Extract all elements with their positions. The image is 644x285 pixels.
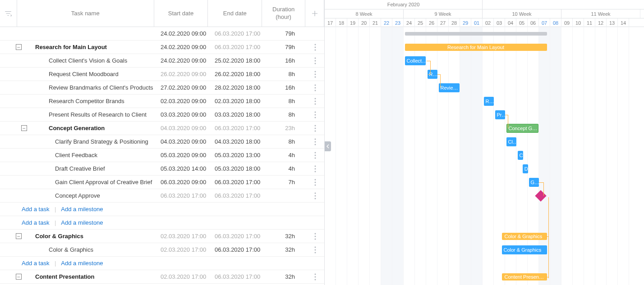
collapse-toggle[interactable]: −: [16, 44, 22, 50]
cell-end-date[interactable]: 26.02.2020 18:00: [208, 71, 262, 77]
cell-start-date[interactable]: 26.02.2020 09:00: [154, 71, 208, 77]
add-task-link[interactable]: Add a task: [22, 219, 49, 226]
collapse-toggle[interactable]: −: [16, 233, 22, 239]
table-row[interactable]: Clarify Brand Strategy & Positioning 04.…: [0, 135, 324, 149]
cell-start-date[interactable]: 04.03.2020 09:00: [154, 138, 208, 145]
gantt-bar[interactable]: C: [518, 151, 524, 160]
table-row[interactable]: − Research for Main Layout 24.02.2020 09…: [0, 41, 324, 54]
column-header-task-name[interactable]: Task name: [17, 0, 154, 27]
cell-start-date[interactable]: 05.03.2020 14:00: [154, 165, 208, 172]
cell-duration[interactable]: 79h: [262, 44, 306, 50]
collapse-grid-button[interactable]: [325, 141, 331, 151]
table-row[interactable]: Review Brandmarks of Client's Products 2…: [0, 81, 324, 95]
cell-end-date[interactable]: 28.02.2020 18:00: [208, 84, 262, 91]
gantt-bar[interactable]: G…: [529, 178, 539, 187]
column-header-duration[interactable]: Duration (hour): [262, 0, 305, 27]
table-row[interactable]: Color & Graphics 02.03.2020 17:00 06.03.…: [0, 243, 324, 257]
cell-start-date[interactable]: 06.03.2020 09:00: [154, 179, 208, 185]
row-menu-button[interactable]: [306, 44, 324, 51]
cell-start-date[interactable]: 24.02.2020 09:00: [154, 57, 208, 64]
cell-task-name[interactable]: Request Client Moodboard: [17, 71, 154, 77]
cell-task-name[interactable]: Research Competitor Brands: [17, 98, 154, 104]
cell-duration[interactable]: 79h: [262, 30, 306, 37]
cell-task-name[interactable]: Clarify Brand Strategy & Positioning: [17, 138, 154, 145]
cell-task-name[interactable]: Content Presentation: [17, 273, 154, 280]
table-row[interactable]: Collect Client's Vision & Goals 24.02.20…: [0, 54, 324, 68]
cell-duration[interactable]: 7h: [262, 179, 306, 185]
cell-start-date[interactable]: 24.02.2020 09:00: [154, 44, 208, 50]
add-task-link[interactable]: Add a task: [22, 260, 49, 267]
cell-duration[interactable]: 16h: [262, 57, 306, 64]
gantt-bar[interactable]: Color & Graphics: [502, 245, 547, 254]
add-task-link[interactable]: Add a task: [22, 206, 49, 213]
cell-start-date[interactable]: 27.02.2020 09:00: [154, 84, 208, 91]
cell-task-name[interactable]: Gain Client Approval of Creative Brief: [17, 179, 154, 185]
cell-task-name[interactable]: Draft Creative Brief: [17, 165, 154, 172]
cell-start-date[interactable]: 02.03.2020 17:00: [154, 246, 208, 253]
column-header-end-date[interactable]: End date: [208, 0, 262, 27]
cell-end-date[interactable]: 06.03.2020 17:00: [208, 125, 262, 131]
row-menu-button[interactable]: [306, 179, 324, 186]
row-menu-button[interactable]: [306, 98, 324, 105]
table-row[interactable]: Gain Client Approval of Creative Brief 0…: [0, 176, 324, 189]
cell-start-date[interactable]: 06.03.2020 17:00: [154, 192, 208, 199]
cell-duration[interactable]: 4h: [262, 165, 306, 172]
cell-duration[interactable]: 32h: [262, 246, 306, 253]
cell-start-date[interactable]: 04.03.2020 09:00: [154, 125, 208, 131]
gantt-bar[interactable]: R…: [484, 97, 494, 106]
cell-start-date[interactable]: 02.03.2020 17:00: [154, 273, 208, 280]
add-column-button[interactable]: [305, 0, 324, 27]
gantt-bar[interactable]: Revie…: [439, 83, 460, 92]
row-menu-button[interactable]: [306, 138, 324, 145]
row-menu-button[interactable]: [306, 246, 324, 253]
row-menu-button[interactable]: [306, 57, 324, 64]
cell-end-date[interactable]: 05.03.2020 13:00: [208, 152, 262, 158]
cell-end-date[interactable]: 06.03.2020 17:00: [208, 179, 262, 185]
add-milestone-link[interactable]: Add a milestone: [61, 260, 103, 267]
cell-task-name[interactable]: Color & Graphics: [17, 246, 154, 253]
cell-end-date[interactable]: 06.03.2020 17:00: [208, 246, 262, 253]
row-menu-button[interactable]: [306, 192, 324, 199]
row-menu-button[interactable]: [306, 84, 324, 91]
cell-start-date[interactable]: 05.03.2020 09:00: [154, 152, 208, 158]
cell-end-date[interactable]: 02.03.2020 18:00: [208, 98, 262, 104]
gantt-summary-bar[interactable]: Color & Graphics: [502, 233, 547, 240]
cell-duration[interactable]: 8h: [262, 71, 306, 77]
gantt-bar[interactable]: D: [523, 164, 529, 173]
cell-end-date[interactable]: 06.03.2020 17:00: [208, 192, 262, 199]
cell-start-date[interactable]: 03.03.2020 09:00: [154, 111, 208, 118]
gantt-summary-bar[interactable]: Research for Main Layout: [405, 44, 547, 51]
gantt-bar[interactable]: Cl…: [506, 137, 516, 146]
table-row[interactable]: − Concept Generation 04.03.2020 09:00 06…: [0, 122, 324, 135]
gantt-bar[interactable]: R…: [428, 70, 437, 79]
cell-duration[interactable]: 32h: [262, 233, 306, 240]
gantt-root-bar[interactable]: [405, 32, 547, 36]
collapse-toggle[interactable]: −: [16, 274, 22, 280]
gantt-summary-bar[interactable]: Concept G…: [506, 124, 538, 133]
cell-duration[interactable]: 8h: [262, 111, 306, 118]
cell-task-name[interactable]: Client Feedback: [17, 152, 154, 158]
row-menu-button[interactable]: [306, 152, 324, 159]
cell-duration[interactable]: 16h: [262, 84, 306, 91]
collapse-toggle[interactable]: −: [21, 125, 27, 131]
cell-duration[interactable]: 4h: [262, 152, 306, 158]
table-row[interactable]: Concept Approve 06.03.2020 17:00 06.03.2…: [0, 189, 324, 203]
row-menu-button[interactable]: [306, 71, 324, 78]
cell-task-name[interactable]: Concept Generation: [17, 125, 154, 131]
cell-end-date[interactable]: 04.03.2020 18:00: [208, 138, 262, 145]
gantt-bar[interactable]: Pr…: [495, 110, 505, 119]
cell-end-date[interactable]: 25.02.2020 18:00: [208, 57, 262, 64]
cell-end-date[interactable]: 06.03.2020 17:00: [208, 233, 262, 240]
filter-button[interactable]: [0, 0, 17, 27]
timeline-body[interactable]: Research for Main LayoutCollect…R…Revie……: [325, 27, 644, 285]
table-row[interactable]: − Color & Graphics 02.03.2020 17:00 06.0…: [0, 230, 324, 243]
cell-task-name[interactable]: Concept Approve: [17, 192, 154, 199]
cell-duration[interactable]: 32h: [262, 273, 306, 280]
cell-start-date[interactable]: 24.02.2020 09:00: [154, 30, 208, 37]
cell-task-name[interactable]: Research for Main Layout: [17, 44, 154, 50]
cell-duration[interactable]: 23h: [262, 125, 306, 131]
add-milestone-link[interactable]: Add a milestone: [61, 206, 103, 213]
row-menu-button[interactable]: [306, 233, 324, 240]
cell-end-date[interactable]: 06.03.2020 17:00: [208, 44, 262, 50]
cell-end-date[interactable]: 03.03.2020 18:00: [208, 111, 262, 118]
